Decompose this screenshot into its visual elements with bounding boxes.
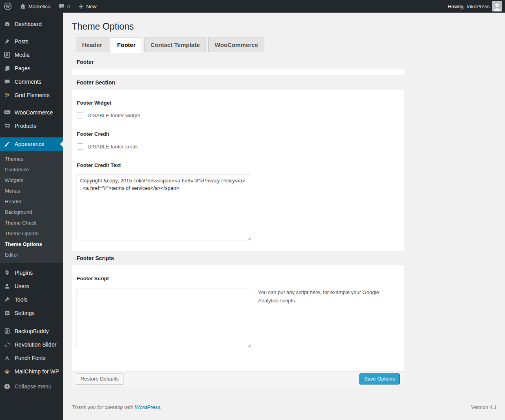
- submenu-item-theme-update[interactable]: Theme Update: [0, 228, 63, 239]
- submenu-item-editor[interactable]: Editor: [0, 249, 63, 260]
- sidebar-item-label: Media: [15, 51, 30, 58]
- dashboard-icon: [3, 21, 11, 27]
- site-link[interactable]: Marketica: [16, 0, 54, 13]
- submenu-item-header[interactable]: Header: [0, 196, 63, 207]
- panel-action-bar: Restore Defaults Save Options: [72, 371, 404, 386]
- checkbox-label: DISABLE footer widget: [88, 112, 140, 118]
- new-label: New: [86, 4, 97, 9]
- sidebar-item-label: Settings: [15, 309, 35, 317]
- site-name: Marketica: [28, 4, 50, 9]
- tab-woocommerce[interactable]: WooCommerce: [208, 38, 264, 52]
- monkey-icon: [3, 368, 11, 375]
- restore-defaults-button[interactable]: Restore Defaults: [76, 373, 123, 384]
- svg-text:Woo: Woo: [5, 111, 9, 113]
- new-content-menu[interactable]: New: [74, 0, 101, 13]
- greeting: Howdy, TokoPress: [448, 4, 490, 9]
- sidebar-item-label: BackupBuddy: [15, 328, 49, 335]
- sidebar-item-label: Appearance: [15, 141, 45, 148]
- sidebar-item-label: MailChimp for WP: [15, 368, 59, 375]
- sidebar-item-backupbuddy[interactable]: BackupBuddy: [0, 324, 63, 338]
- admin-bar: W Marketica 0 New Howdy, TokoPress: [0, 0, 505, 13]
- submenu-item-theme-options[interactable]: Theme Options: [0, 239, 63, 249]
- menu-separator: [0, 102, 63, 106]
- section-header-footer-section: Footer Section: [72, 75, 404, 90]
- tab-footer[interactable]: Footer: [111, 38, 142, 53]
- media-icon: [3, 52, 11, 58]
- user-icon: [3, 283, 11, 289]
- sidebar-item-revolution-slider[interactable]: Revolution Slider: [0, 338, 63, 351]
- sidebar-item-settings[interactable]: Settings: [0, 306, 63, 320]
- grid-elements-icon: [3, 92, 11, 98]
- collapse-menu-button[interactable]: Collapse menu: [0, 380, 63, 393]
- brush-icon: [3, 141, 11, 147]
- sidebar-item-media[interactable]: Media: [0, 48, 63, 62]
- save-options-button[interactable]: Save Options: [359, 373, 400, 384]
- sidebar-item-label: Comments: [15, 78, 41, 85]
- sidebar-item-label: Collapse menu: [15, 383, 51, 390]
- wordpress-menu[interactable]: W: [0, 0, 16, 13]
- footer-thanks-text: Thank you for creating with WordPress.: [72, 404, 162, 410]
- account-menu[interactable]: Howdy, TokoPress: [444, 0, 502, 13]
- submenu-item-theme-check[interactable]: Theme Check: [0, 218, 63, 228]
- sidebar-item-label: WooCommerce: [15, 109, 53, 116]
- sidebar-item-punch-fonts[interactable]: A Punch Fonts: [0, 351, 63, 365]
- thanks-period: .: [160, 404, 162, 410]
- admin-footer: Thank you for creating with WordPress. V…: [72, 404, 497, 416]
- disable-footer-widget-checkbox[interactable]: [77, 112, 83, 118]
- woocommerce-icon: Woo: [3, 109, 11, 116]
- panel-spacer: [72, 69, 404, 75]
- sidebar-item-label: Punch Fonts: [15, 354, 46, 362]
- submenu-item-menus[interactable]: Menus: [0, 186, 63, 196]
- sidebar-item-grid-elements[interactable]: Grid Elements: [0, 88, 63, 102]
- checkbox-label: DISABLE footer credit: [88, 144, 138, 150]
- comments-icon: [3, 79, 11, 85]
- backup-icon: [3, 328, 11, 334]
- footer-widget-checkbox-row: DISABLE footer widget: [77, 112, 399, 118]
- sidebar-item-appearance[interactable]: Appearance: [0, 137, 63, 151]
- menu-separator: [0, 133, 63, 137]
- tab-bar: Header Footer Contact Template WooCommer…: [72, 38, 497, 52]
- cart-icon: [3, 123, 11, 129]
- comments-bubble-icon: [58, 4, 65, 9]
- sidebar-item-pages[interactable]: Pages: [0, 62, 63, 75]
- version-text: Version 4.1: [471, 404, 497, 410]
- disable-footer-credit-checkbox[interactable]: [77, 143, 83, 150]
- svg-text:W: W: [6, 4, 10, 9]
- avatar: [492, 1, 502, 11]
- sidebar-item-label: Posts: [15, 38, 28, 45]
- pages-icon: [3, 65, 11, 71]
- footer-credit-text-textarea[interactable]: Copyright &copy; 2015 TokoPress<span><a …: [77, 174, 251, 240]
- sidebar-item-products[interactable]: Products: [0, 119, 63, 133]
- plugin-icon: [3, 270, 11, 276]
- sidebar-item-plugins[interactable]: Plugins: [0, 266, 63, 279]
- footer-credit-text-label: Footer Credit Text: [77, 162, 399, 168]
- wordpress-logo-icon: W: [4, 2, 12, 10]
- footer-widget-label: Footer Widget: [77, 100, 399, 106]
- sidebar-item-tools[interactable]: Tools: [0, 293, 63, 306]
- admin-sidebar: Dashboard Posts Media Pages Comments Gri…: [0, 13, 63, 420]
- footer-script-textarea[interactable]: [77, 288, 251, 348]
- sidebar-item-woocommerce[interactable]: Woo WooCommerce: [0, 106, 63, 119]
- sidebar-item-dashboard[interactable]: Dashboard: [0, 17, 63, 31]
- main-content: Theme Options Header Footer Contact Temp…: [63, 0, 505, 416]
- submenu-item-themes[interactable]: Themes: [0, 154, 63, 164]
- sidebar-item-label: Plugins: [15, 269, 33, 276]
- plus-icon: [78, 4, 84, 9]
- comments-shortcut[interactable]: 0: [54, 0, 74, 13]
- submenu-item-customize[interactable]: Customize: [0, 164, 63, 175]
- submenu-item-widgets[interactable]: Widgets: [0, 175, 63, 186]
- menu-separator: [0, 320, 63, 324]
- sidebar-item-posts[interactable]: Posts: [0, 35, 63, 48]
- submenu-item-background[interactable]: Background: [0, 207, 63, 218]
- wordpress-link[interactable]: WordPress: [135, 404, 160, 410]
- sidebar-item-users[interactable]: Users: [0, 279, 63, 293]
- tab-header[interactable]: Header: [76, 38, 108, 52]
- sidebar-item-comments[interactable]: Comments: [0, 75, 63, 88]
- appearance-submenu: Themes Customize Widgets Menus Header Ba…: [0, 151, 63, 263]
- thanks-prefix: Thank you for creating with: [72, 404, 133, 410]
- pin-icon: [3, 38, 11, 45]
- sidebar-item-mailchimp[interactable]: MailChimp for WP: [0, 365, 63, 378]
- tab-contact-template[interactable]: Contact Template: [144, 38, 206, 52]
- page-title: Theme Options: [63, 13, 505, 32]
- menu-separator: [0, 31, 63, 35]
